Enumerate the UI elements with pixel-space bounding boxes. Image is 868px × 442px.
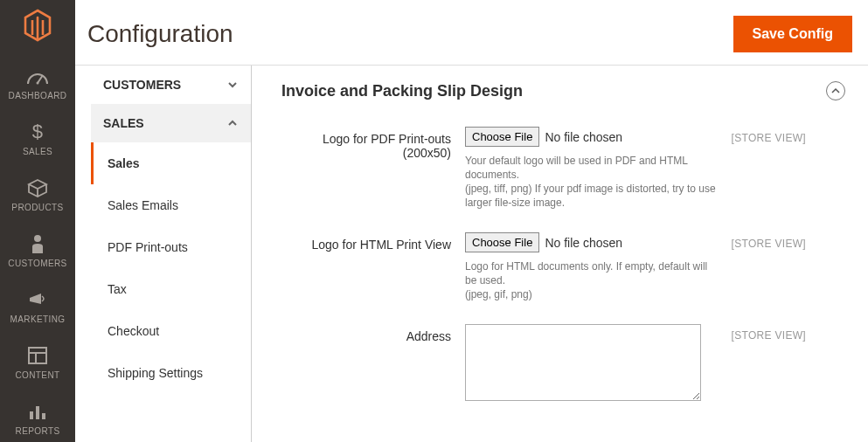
file-picker-html: Choose File No file chosen (465, 232, 719, 252)
scope-label: [STORE VIEW] (719, 324, 806, 342)
nav-sales[interactable]: $ SALES (0, 112, 75, 168)
subnav-label: Tax (108, 282, 127, 296)
choose-file-button[interactable]: Choose File (465, 232, 539, 252)
config-side-panel: CUSTOMERS SALES Sales Sales Emails PDF P… (91, 66, 252, 442)
subnav-tax[interactable]: Tax (91, 268, 251, 310)
svg-rect-7 (30, 411, 33, 419)
dollar-icon: $ (26, 121, 49, 143)
subnav-label: PDF Print-outs (108, 240, 188, 254)
section-header[interactable]: Invoice and Packing Slip Design (281, 81, 845, 100)
svg-rect-8 (36, 406, 39, 419)
field-hint: (jpeg, tiff, png) If your pdf image is d… (465, 182, 719, 210)
admin-vertical-nav: DASHBOARD $ SALES PRODUCTS CUSTOMERS MAR… (0, 0, 75, 442)
nav-marketing[interactable]: MARKETING (0, 280, 75, 335)
section-title: Invoice and Packing Slip Design (281, 82, 523, 100)
file-status: No file chosen (545, 236, 622, 250)
config-content: Invoice and Packing Slip Design Logo for… (252, 66, 868, 442)
field-hint: (jpeg, gif, png) (465, 287, 719, 301)
file-picker-pdf: Choose File No file chosen (465, 127, 719, 147)
nav-label: REPORTS (16, 426, 60, 437)
main-column: Configuration Save Config CUSTOMERS SALE… (75, 0, 868, 442)
chevron-up-icon (226, 117, 239, 129)
subnav-label: Checkout (108, 324, 159, 338)
gauge-icon (26, 65, 49, 87)
accordion-label: SALES (103, 116, 144, 130)
field-address: Address [STORE VIEW] (281, 324, 845, 404)
megaphone-icon (26, 288, 49, 311)
chevron-up-icon (830, 86, 841, 96)
nav-content[interactable]: CONTENT (0, 335, 75, 391)
accordion-customers[interactable]: CUSTOMERS (91, 66, 251, 104)
save-config-button[interactable]: Save Config (733, 16, 852, 52)
svg-text:$: $ (32, 121, 44, 142)
subnav-sales[interactable]: Sales (91, 142, 251, 184)
subnav-shipping-settings[interactable]: Shipping Settings (91, 352, 251, 394)
field-control: Choose File No file chosen Logo for HTML… (465, 232, 719, 301)
svg-line-0 (38, 75, 43, 83)
subnav-sales-emails[interactable]: Sales Emails (91, 184, 251, 226)
subnav-label: Sales (108, 156, 140, 170)
chevron-down-icon (226, 79, 239, 91)
subnav-pdf-printouts[interactable]: PDF Print-outs (91, 226, 251, 268)
field-control (465, 324, 719, 404)
subnav-checkout[interactable]: Checkout (91, 310, 251, 352)
nav-products[interactable]: PRODUCTS (0, 168, 75, 224)
nav-label: DASHBOARD (9, 91, 67, 101)
svg-point-1 (37, 82, 39, 85)
page-header: Configuration Save Config (75, 0, 868, 66)
layout-icon (26, 344, 49, 367)
svg-rect-9 (42, 413, 45, 419)
file-status: No file chosen (545, 130, 622, 144)
choose-file-button[interactable]: Choose File (465, 127, 539, 147)
field-control: Choose File No file chosen Your default … (465, 127, 719, 210)
nav-label: CONTENT (15, 370, 59, 381)
address-textarea[interactable] (465, 324, 701, 401)
subnav-label: Sales Emails (108, 198, 178, 212)
collapse-toggle[interactable] (826, 81, 845, 100)
box-icon (26, 176, 49, 199)
field-logo-html: Logo for HTML Print View Choose File No … (281, 232, 845, 301)
nav-dashboard[interactable]: DASHBOARD (0, 56, 75, 112)
field-label: Logo for PDF Print-outs (200x50) (281, 127, 465, 160)
nav-customers[interactable]: CUSTOMERS (0, 224, 75, 280)
field-hint: Logo for HTML documents only. If empty, … (465, 259, 719, 287)
scope-label: [STORE VIEW] (719, 127, 806, 144)
nav-label: MARKETING (10, 314, 65, 325)
accordion-sales[interactable]: SALES (91, 104, 251, 142)
nav-label: PRODUCTS (11, 203, 63, 213)
accordion-label: CUSTOMERS (103, 78, 181, 92)
magento-logo-icon[interactable] (22, 9, 53, 42)
page-title: Configuration (87, 20, 233, 48)
nav-reports[interactable]: REPORTS (0, 391, 75, 442)
scope-label: [STORE VIEW] (719, 232, 806, 250)
nav-label: CUSTOMERS (8, 259, 66, 269)
field-logo-pdf: Logo for PDF Print-outs (200x50) Choose … (281, 127, 845, 210)
field-label: Address (281, 324, 465, 343)
nav-label: SALES (23, 147, 52, 157)
page-body: CUSTOMERS SALES Sales Sales Emails PDF P… (75, 66, 868, 442)
field-label: Logo for HTML Print View (281, 232, 465, 252)
subnav-label: Shipping Settings (108, 366, 203, 380)
bars-icon (26, 400, 49, 423)
person-icon (26, 232, 49, 255)
field-hint: Your default logo will be used in PDF an… (465, 154, 719, 182)
svg-point-3 (34, 235, 41, 242)
svg-rect-4 (29, 348, 46, 363)
